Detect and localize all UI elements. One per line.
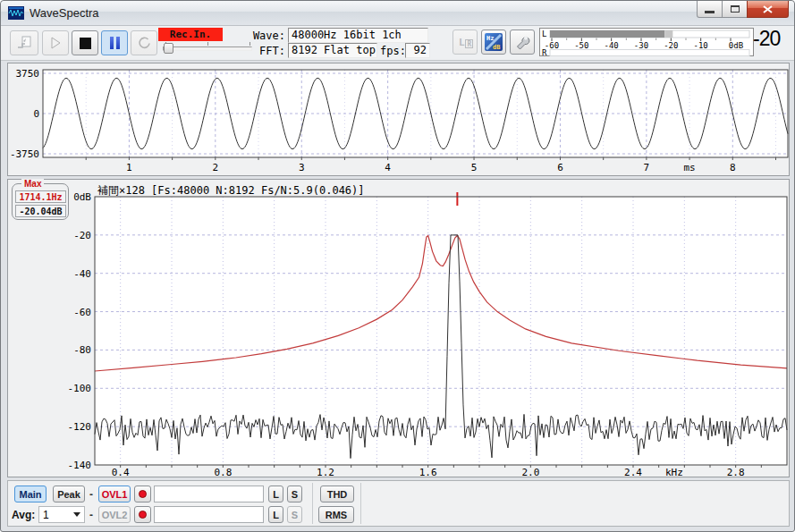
- chevron-down-icon: [73, 512, 80, 517]
- dash-separator: -: [89, 488, 93, 501]
- play-button[interactable]: [42, 30, 69, 55]
- level-reading: -20: [753, 27, 795, 51]
- svg-text:3: 3: [299, 162, 305, 173]
- wave-label: Wave:: [230, 30, 285, 42]
- ovl1-color-button[interactable]: [134, 486, 151, 502]
- svg-text:L: L: [459, 37, 465, 48]
- close-button[interactable]: [747, 1, 789, 18]
- main-button[interactable]: Main: [14, 486, 47, 502]
- svg-text:-40: -40: [605, 41, 619, 50]
- spectrum-header: 補間×128 [Fs:48000 N:8192 Fs/N:5.9(0.046)]: [97, 183, 365, 198]
- max-readout-box: Max 1714.1Hz -20.04dB: [12, 183, 69, 220]
- wavespectra-window: WaveSpectra: [0, 0, 795, 532]
- thd-button[interactable]: THD: [320, 486, 354, 502]
- max-box-title: Max: [21, 179, 44, 189]
- rms-button[interactable]: RMS: [318, 506, 354, 523]
- separator: [360, 483, 361, 524]
- stop-button[interactable]: [72, 30, 98, 55]
- loop-button[interactable]: [131, 30, 157, 55]
- avg-select[interactable]: 1: [38, 506, 85, 523]
- ovl2-color-icon: [139, 511, 147, 519]
- minimize-button[interactable]: [697, 1, 723, 18]
- app-icon: [8, 6, 24, 20]
- svg-text:-120: -120: [68, 421, 92, 433]
- svg-text:7: 7: [644, 162, 650, 173]
- max-level-value: -20.04dB: [15, 205, 66, 217]
- avg-value: 1: [43, 509, 49, 521]
- ovl1-button[interactable]: OVL1: [98, 486, 131, 502]
- svg-text:6: 6: [557, 162, 563, 173]
- svg-text:2.4: 2.4: [624, 467, 642, 477]
- title-bar[interactable]: WaveSpectra: [1, 1, 794, 26]
- separator: [312, 483, 313, 524]
- fps-value-field: 92: [405, 43, 430, 58]
- loop-icon: [137, 36, 151, 50]
- bottom-control-bar: Main Peak - OVL1 L S THD Avg: 1 - OVL2 L…: [7, 480, 790, 527]
- maximize-icon: [731, 5, 740, 13]
- svg-text:0: 0: [33, 108, 39, 120]
- max-frequency-value: 1714.1Hz: [15, 190, 66, 203]
- dash-separator: -: [89, 509, 93, 521]
- svg-text:L: L: [542, 30, 546, 38]
- svg-text:2.0: 2.0: [521, 467, 539, 477]
- spectrum-chart: 0dB-20-40-60-80-100-120-1400.40.81.21.62…: [8, 180, 789, 477]
- stop-icon: [80, 38, 91, 49]
- peak-button[interactable]: Peak: [53, 486, 85, 502]
- svg-text:2.8: 2.8: [727, 467, 745, 477]
- svg-text:0dB: 0dB: [729, 41, 743, 50]
- open-file-button[interactable]: [10, 30, 38, 55]
- svg-text:2: 2: [213, 162, 219, 173]
- svg-text:-3750: -3750: [10, 148, 39, 160]
- minimize-icon: [705, 11, 715, 13]
- play-icon: [48, 36, 63, 50]
- pause-icon: [110, 37, 120, 49]
- slider-tick: [207, 42, 208, 46]
- svg-text:Hz: Hz: [486, 35, 494, 42]
- waveform-panel: 1234567837500-3750ms: [7, 63, 790, 176]
- window-title: WaveSpectra: [30, 6, 99, 20]
- ovl2-name-input[interactable]: [154, 506, 264, 523]
- lr-channel-button[interactable]: L R: [452, 30, 478, 55]
- svg-text:dB: dB: [493, 44, 500, 51]
- open-file-icon: [16, 35, 32, 51]
- svg-text:R: R: [468, 40, 472, 48]
- svg-text:1.6: 1.6: [419, 467, 437, 477]
- svg-text:-20: -20: [73, 230, 91, 241]
- svg-text:1: 1: [126, 162, 132, 173]
- svg-text:-30: -30: [634, 41, 648, 50]
- ovl2-load-button[interactable]: L: [268, 506, 283, 523]
- svg-text:-60: -60: [545, 41, 559, 50]
- fft-settings-field: 8192 Flat top: [288, 43, 377, 58]
- pause-button[interactable]: [101, 30, 128, 55]
- wrench-icon: [514, 34, 530, 50]
- waveform-chart: 1234567837500-3750ms: [8, 63, 789, 175]
- ovl1-load-button[interactable]: L: [268, 486, 283, 502]
- fps-label: fps:: [380, 45, 403, 57]
- slider-thumb[interactable]: [164, 43, 173, 54]
- ovl1-name-input[interactable]: [154, 486, 264, 502]
- close-icon: [763, 5, 773, 13]
- svg-text:-40: -40: [73, 268, 91, 280]
- settings-button[interactable]: [510, 30, 535, 55]
- svg-text:-50: -50: [574, 41, 588, 50]
- ovl2-button[interactable]: OVL2: [98, 506, 131, 523]
- ovl1-save-button[interactable]: S: [287, 486, 302, 502]
- svg-text:-20: -20: [664, 41, 678, 50]
- svg-text:0dB: 0dB: [73, 191, 91, 203]
- ovl1-color-icon: [139, 490, 147, 498]
- level-meter: LR-60-50-40-30-20-100dB: [539, 28, 754, 56]
- svg-text:-10: -10: [694, 41, 708, 50]
- hz-db-axis-button[interactable]: Hz dB: [481, 30, 506, 55]
- svg-text:ms: ms: [683, 162, 695, 173]
- svg-text:1.2: 1.2: [317, 467, 334, 477]
- fft-label: FFT:: [230, 45, 285, 57]
- svg-text:5: 5: [471, 162, 478, 173]
- ovl2-color-button[interactable]: [134, 506, 151, 523]
- spectrum-panel: Max 1714.1Hz -20.04dB 補間×128 [Fs:48000 N…: [7, 179, 790, 477]
- svg-text:0.4: 0.4: [112, 467, 130, 477]
- maximize-button[interactable]: [722, 1, 748, 18]
- svg-text:0.8: 0.8: [214, 467, 232, 477]
- wave-format-field: 48000Hz 16bit 1ch: [288, 28, 428, 43]
- ovl2-save-button[interactable]: S: [287, 506, 302, 523]
- toolbar: Rec.In. Wave: 48000Hz 16bit 1ch FFT: 819…: [1, 26, 794, 61]
